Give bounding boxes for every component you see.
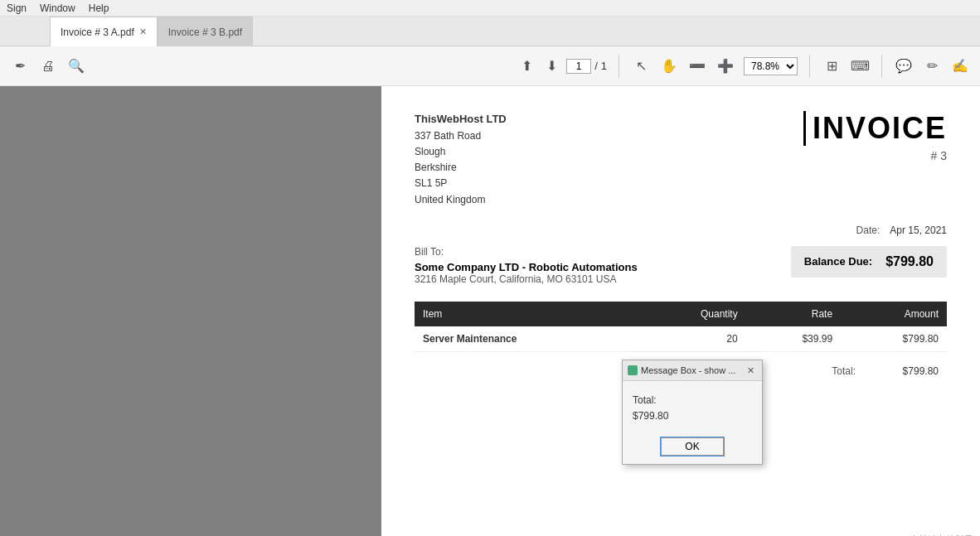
tab-invoice-a[interactable]: Invoice # 3 A.pdf ✕ <box>50 17 158 46</box>
nav-down-icon[interactable]: ⬇ <box>541 56 561 76</box>
hand-icon[interactable]: ✋ <box>659 56 679 76</box>
menu-help[interactable]: Help <box>89 2 109 14</box>
menu-window[interactable]: Window <box>40 2 75 14</box>
nav-up-icon[interactable]: ⬆ <box>517 56 536 76</box>
sign-icon[interactable]: ✒ <box>10 56 30 76</box>
menu-sign[interactable]: Sign <box>7 2 27 14</box>
zoom-select[interactable]: 78.8% 50% 100% 150% <box>744 57 798 75</box>
msg-content-value: $799.80 <box>633 408 752 424</box>
tab-label-b: Invoice # 3 B.pdf <box>168 27 242 38</box>
table-row: Server Maintenance 20 $39.99 $799.80 <box>415 326 947 352</box>
sep-3 <box>881 55 882 78</box>
company-address: ThisWebHost LTD 337 Bath Road Slough Ber… <box>415 111 507 208</box>
invoice-title-block: INVOICE # 3 <box>803 111 947 162</box>
table-header-row: Item Quantity Rate Amount <box>415 302 947 326</box>
cursor-icon[interactable]: ↖ <box>631 56 651 76</box>
col-rate: Rate <box>746 302 841 326</box>
pdf-viewer: ThisWebHost LTD 337 Bath Road Slough Ber… <box>381 86 980 536</box>
main-area: ThisWebHost LTD 337 Bath Road Slough Ber… <box>0 86 980 536</box>
row-item: Server Maintenance <box>415 326 638 352</box>
invoice-table: Item Quantity Rate Amount Server Mainten… <box>415 302 947 352</box>
date-label: Date: <box>856 225 881 236</box>
edit-icon[interactable]: ✏ <box>922 56 942 76</box>
annotate-icon[interactable]: ✍ <box>950 56 970 76</box>
message-box: Message Box - show ... ✕ Total: $799.80 … <box>622 360 763 465</box>
row-rate: $39.99 <box>746 326 841 352</box>
bill-to-block: Bill To: Some Company LTD - Robotic Auto… <box>415 246 638 285</box>
tab-close-a[interactable]: ✕ <box>139 27 147 37</box>
ok-button[interactable]: OK <box>661 437 723 456</box>
zoom-out-icon[interactable]: ➖ <box>687 56 707 76</box>
msg-footer: OK <box>623 432 762 464</box>
company-name: ThisWebHost LTD <box>415 111 507 128</box>
balance-due-label: Balance Due: <box>804 255 872 268</box>
invoice-title: INVOICE <box>803 111 947 146</box>
addr-line4: SL1 5P <box>415 176 507 191</box>
tab-bar: Invoice # 3 A.pdf ✕ Invoice # 3 B.pdf <box>0 17 980 46</box>
tab-invoice-b[interactable]: Invoice # 3 B.pdf <box>158 17 253 46</box>
search-icon[interactable]: 🔍 <box>66 56 86 76</box>
total-label: Total: <box>832 365 856 377</box>
zoom-in-icon[interactable]: ➕ <box>716 56 735 76</box>
sidebar-panel <box>0 86 381 536</box>
page-input[interactable] <box>566 59 591 74</box>
page-indicator: / 1 <box>566 59 607 74</box>
row-quantity: 20 <box>638 326 746 352</box>
view-icon[interactable]: ⊞ <box>822 56 842 76</box>
balance-due-box: Balance Due: $799.80 <box>791 246 947 278</box>
client-name: Some Company LTD - Robotic Automations <box>415 261 638 273</box>
invoice-header: ThisWebHost LTD 337 Bath Road Slough Ber… <box>415 111 947 208</box>
balance-due-value: $799.80 <box>885 254 934 269</box>
tab-label-a: Invoice # 3 A.pdf <box>61 27 134 38</box>
addr-line3: Berkshire <box>415 160 507 176</box>
col-item: Item <box>415 302 638 326</box>
row-amount: $799.80 <box>841 326 947 352</box>
billing-section: Bill To: Some Company LTD - Robotic Auto… <box>415 246 947 285</box>
msg-title: Message Box - show ... <box>641 365 740 375</box>
msg-titlebar: Message Box - show ... ✕ <box>623 360 762 381</box>
msg-close-button[interactable]: ✕ <box>744 364 757 377</box>
msg-content-label: Total: <box>633 393 752 408</box>
nav-group: ⬆ ⬇ / 1 <box>517 56 607 76</box>
addr-line2: Slough <box>415 144 507 160</box>
keyboard-icon[interactable]: ⌨ <box>850 56 870 76</box>
addr-line5: United Kingdom <box>415 192 507 208</box>
sep-2 <box>809 55 810 78</box>
addr-line1: 337 Bath Road <box>415 128 507 144</box>
comment-icon[interactable]: 💬 <box>894 56 914 76</box>
page-sep: / <box>594 60 598 72</box>
print-icon[interactable]: 🖨 <box>38 56 58 76</box>
msg-body: Total: $799.80 <box>623 381 762 432</box>
invoice-meta: Date: Apr 15, 2021 <box>415 225 947 236</box>
menu-bar: Sign Window Help <box>0 0 980 17</box>
bill-to-label: Bill To: <box>415 246 638 258</box>
page-total: 1 <box>601 60 607 72</box>
toolbar: ✒ 🖨 🔍 ⬆ ⬇ / 1 ↖ ✋ ➖ ➕ 78.8% 50% 100% 150… <box>0 46 980 86</box>
col-amount: Amount <box>841 302 947 326</box>
client-address: 3216 Maple Court, California, MO 63101 U… <box>415 273 638 285</box>
col-quantity: Quantity <box>638 302 746 326</box>
total-value: $799.80 <box>889 365 939 377</box>
invoice-number: # 3 <box>803 149 947 162</box>
sep-1 <box>619 55 619 78</box>
date-value: Apr 15, 2021 <box>890 225 947 236</box>
msg-app-icon <box>628 365 638 375</box>
